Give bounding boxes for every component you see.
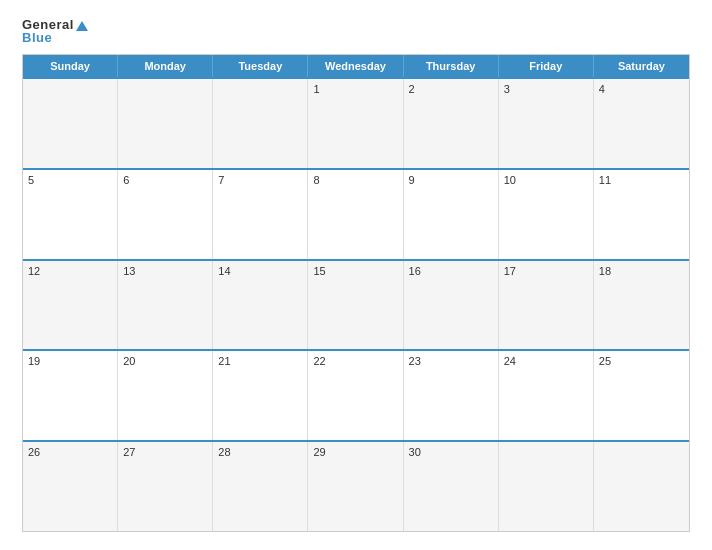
day-cell: 20 bbox=[118, 351, 213, 440]
day-cell: 16 bbox=[404, 261, 499, 350]
day-header-sunday: Sunday bbox=[23, 55, 118, 77]
day-number: 18 bbox=[599, 265, 611, 277]
day-cell: 21 bbox=[213, 351, 308, 440]
weeks-container: 1234567891011121314151617181920212223242… bbox=[23, 77, 689, 531]
week-row: 567891011 bbox=[23, 168, 689, 259]
day-cell: 23 bbox=[404, 351, 499, 440]
day-number: 27 bbox=[123, 446, 135, 458]
day-cell bbox=[594, 442, 689, 531]
logo: General Blue bbox=[22, 18, 88, 44]
day-number: 1 bbox=[313, 83, 319, 95]
day-header-thursday: Thursday bbox=[404, 55, 499, 77]
day-cell: 8 bbox=[308, 170, 403, 259]
day-number: 9 bbox=[409, 174, 415, 186]
day-number: 3 bbox=[504, 83, 510, 95]
day-number: 17 bbox=[504, 265, 516, 277]
day-cell: 2 bbox=[404, 79, 499, 168]
day-cell: 11 bbox=[594, 170, 689, 259]
day-cell: 13 bbox=[118, 261, 213, 350]
days-header: SundayMondayTuesdayWednesdayThursdayFrid… bbox=[23, 55, 689, 77]
day-cell: 3 bbox=[499, 79, 594, 168]
day-cell: 18 bbox=[594, 261, 689, 350]
day-number: 23 bbox=[409, 355, 421, 367]
day-cell: 29 bbox=[308, 442, 403, 531]
day-cell: 25 bbox=[594, 351, 689, 440]
day-number: 14 bbox=[218, 265, 230, 277]
week-row: 12131415161718 bbox=[23, 259, 689, 350]
day-number: 16 bbox=[409, 265, 421, 277]
day-number: 24 bbox=[504, 355, 516, 367]
day-number: 26 bbox=[28, 446, 40, 458]
day-number: 10 bbox=[504, 174, 516, 186]
day-cell: 1 bbox=[308, 79, 403, 168]
day-number: 25 bbox=[599, 355, 611, 367]
day-number: 21 bbox=[218, 355, 230, 367]
day-number: 8 bbox=[313, 174, 319, 186]
day-cell: 28 bbox=[213, 442, 308, 531]
day-number: 19 bbox=[28, 355, 40, 367]
day-number: 29 bbox=[313, 446, 325, 458]
calendar-grid: SundayMondayTuesdayWednesdayThursdayFrid… bbox=[22, 54, 690, 532]
day-header-tuesday: Tuesday bbox=[213, 55, 308, 77]
day-cell: 6 bbox=[118, 170, 213, 259]
day-number: 13 bbox=[123, 265, 135, 277]
day-header-monday: Monday bbox=[118, 55, 213, 77]
day-cell: 22 bbox=[308, 351, 403, 440]
day-header-saturday: Saturday bbox=[594, 55, 689, 77]
day-cell: 30 bbox=[404, 442, 499, 531]
day-cell: 10 bbox=[499, 170, 594, 259]
day-cell: 27 bbox=[118, 442, 213, 531]
day-number: 7 bbox=[218, 174, 224, 186]
logo-triangle-icon bbox=[76, 21, 88, 31]
week-row: 2627282930 bbox=[23, 440, 689, 531]
day-cell bbox=[118, 79, 213, 168]
day-cell: 12 bbox=[23, 261, 118, 350]
day-number: 28 bbox=[218, 446, 230, 458]
day-number: 5 bbox=[28, 174, 34, 186]
logo-blue-text: Blue bbox=[22, 31, 88, 44]
day-header-friday: Friday bbox=[499, 55, 594, 77]
day-cell: 19 bbox=[23, 351, 118, 440]
day-number: 22 bbox=[313, 355, 325, 367]
week-row: 19202122232425 bbox=[23, 349, 689, 440]
day-number: 6 bbox=[123, 174, 129, 186]
calendar-page: General Blue SundayMondayTuesdayWednesda… bbox=[0, 0, 712, 550]
week-row: 1234 bbox=[23, 77, 689, 168]
day-cell bbox=[23, 79, 118, 168]
day-cell: 5 bbox=[23, 170, 118, 259]
day-cell: 7 bbox=[213, 170, 308, 259]
day-cell: 9 bbox=[404, 170, 499, 259]
day-number: 4 bbox=[599, 83, 605, 95]
day-cell: 24 bbox=[499, 351, 594, 440]
day-number: 30 bbox=[409, 446, 421, 458]
day-header-wednesday: Wednesday bbox=[308, 55, 403, 77]
day-cell: 26 bbox=[23, 442, 118, 531]
day-cell: 17 bbox=[499, 261, 594, 350]
day-number: 12 bbox=[28, 265, 40, 277]
day-cell: 14 bbox=[213, 261, 308, 350]
day-cell: 4 bbox=[594, 79, 689, 168]
day-cell bbox=[213, 79, 308, 168]
day-number: 11 bbox=[599, 174, 611, 186]
day-number: 20 bbox=[123, 355, 135, 367]
day-number: 2 bbox=[409, 83, 415, 95]
day-cell bbox=[499, 442, 594, 531]
day-cell: 15 bbox=[308, 261, 403, 350]
day-number: 15 bbox=[313, 265, 325, 277]
header: General Blue bbox=[22, 18, 690, 44]
